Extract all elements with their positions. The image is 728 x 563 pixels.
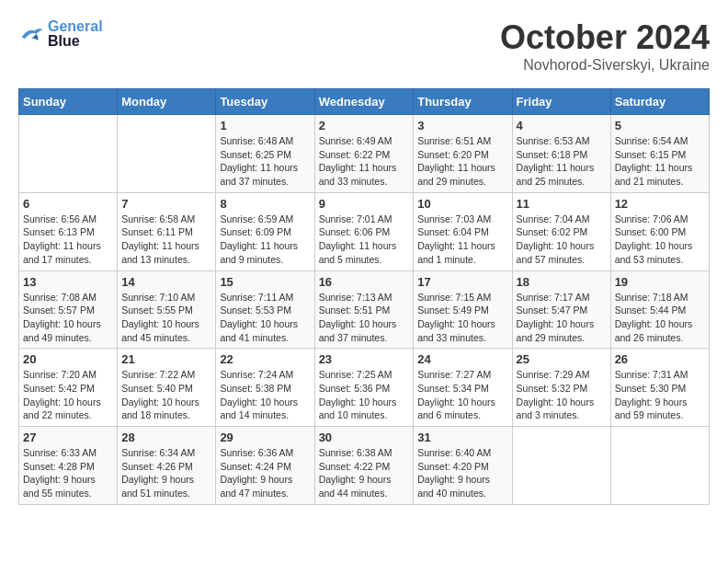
day-info: Sunrise: 7:15 AM Sunset: 5:49 PM Dayligh… [417, 291, 507, 345]
page-header: GeneralBlue October 2024 Novhorod-Sivers… [18, 18, 710, 74]
day-number: 27 [23, 431, 113, 444]
calendar-cell: 21Sunrise: 7:22 AM Sunset: 5:40 PM Dayli… [118, 349, 216, 427]
day-number: 28 [121, 431, 211, 444]
day-number: 17 [417, 275, 507, 289]
column-header-sunday: Sunday [19, 89, 118, 115]
day-number: 19 [615, 275, 705, 289]
calendar-cell: 9Sunrise: 7:01 AM Sunset: 6:06 PM Daylig… [314, 192, 414, 270]
calendar-cell: 27Sunrise: 6:33 AM Sunset: 4:28 PM Dayli… [19, 427, 118, 505]
day-info: Sunrise: 6:56 AM Sunset: 6:13 PM Dayligh… [23, 213, 113, 267]
calendar-cell: 7Sunrise: 6:58 AM Sunset: 6:11 PM Daylig… [118, 192, 216, 270]
day-info: Sunrise: 7:13 AM Sunset: 5:51 PM Dayligh… [319, 291, 410, 345]
day-info: Sunrise: 7:24 AM Sunset: 5:38 PM Dayligh… [220, 368, 310, 422]
day-info: Sunrise: 6:38 AM Sunset: 4:22 PM Dayligh… [319, 446, 410, 500]
day-info: Sunrise: 6:58 AM Sunset: 6:11 PM Dayligh… [121, 213, 211, 267]
calendar-cell: 3Sunrise: 6:51 AM Sunset: 6:20 PM Daylig… [414, 115, 512, 193]
day-number: 21 [121, 352, 211, 366]
day-number: 7 [121, 197, 211, 211]
column-header-saturday: Saturday [610, 89, 709, 115]
calendar-cell: 30Sunrise: 6:38 AM Sunset: 4:22 PM Dayli… [314, 427, 414, 505]
day-info: Sunrise: 6:48 AM Sunset: 6:25 PM Dayligh… [220, 134, 310, 189]
day-number: 25 [517, 352, 607, 366]
day-number: 22 [220, 352, 310, 366]
calendar-cell: 11Sunrise: 7:04 AM Sunset: 6:02 PM Dayli… [512, 192, 610, 270]
calendar-table: SundayMondayTuesdayWednesdayThursdayFrid… [18, 88, 710, 505]
day-number: 4 [517, 119, 607, 132]
day-info: Sunrise: 7:03 AM Sunset: 6:04 PM Dayligh… [417, 213, 507, 267]
day-number: 23 [319, 352, 410, 366]
logo-text: GeneralBlue [48, 18, 103, 49]
calendar-cell: 5Sunrise: 6:54 AM Sunset: 6:15 PM Daylig… [610, 115, 709, 193]
calendar-cell: 26Sunrise: 7:31 AM Sunset: 5:30 PM Dayli… [610, 349, 709, 427]
calendar-cell [512, 427, 610, 505]
calendar-cell: 2Sunrise: 6:49 AM Sunset: 6:22 PM Daylig… [314, 115, 414, 193]
day-number: 5 [615, 119, 705, 132]
calendar-cell: 17Sunrise: 7:15 AM Sunset: 5:49 PM Dayli… [414, 270, 512, 349]
day-number: 31 [417, 431, 507, 444]
day-info: Sunrise: 7:11 AM Sunset: 5:53 PM Dayligh… [220, 291, 310, 345]
day-info: Sunrise: 7:27 AM Sunset: 5:34 PM Dayligh… [417, 368, 507, 422]
calendar-cell [19, 115, 118, 193]
month-title: October 2024 [500, 18, 710, 57]
day-info: Sunrise: 6:59 AM Sunset: 6:09 PM Dayligh… [220, 213, 310, 267]
day-info: Sunrise: 7:22 AM Sunset: 5:40 PM Dayligh… [121, 368, 211, 422]
day-number: 11 [517, 197, 607, 211]
day-number: 18 [517, 275, 607, 289]
calendar-cell: 29Sunrise: 6:36 AM Sunset: 4:24 PM Dayli… [216, 427, 314, 505]
day-number: 9 [319, 197, 410, 211]
day-info: Sunrise: 7:06 AM Sunset: 6:00 PM Dayligh… [615, 213, 705, 267]
calendar-cell: 8Sunrise: 6:59 AM Sunset: 6:09 PM Daylig… [216, 192, 314, 270]
calendar-cell: 1Sunrise: 6:48 AM Sunset: 6:25 PM Daylig… [216, 115, 314, 193]
calendar-cell: 22Sunrise: 7:24 AM Sunset: 5:38 PM Dayli… [216, 349, 314, 427]
day-info: Sunrise: 7:01 AM Sunset: 6:06 PM Dayligh… [319, 213, 410, 267]
calendar-cell: 25Sunrise: 7:29 AM Sunset: 5:32 PM Dayli… [512, 349, 610, 427]
calendar-cell: 16Sunrise: 7:13 AM Sunset: 5:51 PM Dayli… [314, 270, 414, 349]
day-number: 30 [319, 431, 410, 444]
calendar-cell: 15Sunrise: 7:11 AM Sunset: 5:53 PM Dayli… [216, 270, 314, 349]
day-info: Sunrise: 7:17 AM Sunset: 5:47 PM Dayligh… [517, 291, 607, 345]
day-number: 8 [220, 197, 310, 211]
day-info: Sunrise: 7:10 AM Sunset: 5:55 PM Dayligh… [121, 291, 211, 345]
day-number: 1 [220, 119, 310, 132]
day-info: Sunrise: 7:29 AM Sunset: 5:32 PM Dayligh… [517, 368, 607, 422]
column-header-friday: Friday [512, 89, 610, 115]
calendar-cell: 23Sunrise: 7:25 AM Sunset: 5:36 PM Dayli… [314, 349, 414, 427]
day-info: Sunrise: 7:04 AM Sunset: 6:02 PM Dayligh… [517, 213, 607, 267]
calendar-cell [610, 427, 709, 505]
day-number: 26 [615, 352, 705, 366]
day-info: Sunrise: 6:53 AM Sunset: 6:18 PM Dayligh… [517, 134, 607, 189]
day-info: Sunrise: 6:36 AM Sunset: 4:24 PM Dayligh… [220, 446, 310, 500]
title-block: October 2024 Novhorod-Siverskyi, Ukraine [500, 18, 710, 74]
calendar-cell: 28Sunrise: 6:34 AM Sunset: 4:26 PM Dayli… [118, 427, 216, 505]
calendar-cell: 6Sunrise: 6:56 AM Sunset: 6:13 PM Daylig… [19, 192, 118, 270]
day-info: Sunrise: 6:33 AM Sunset: 4:28 PM Dayligh… [23, 446, 113, 500]
day-number: 3 [417, 119, 507, 132]
day-number: 2 [319, 119, 410, 132]
day-number: 16 [319, 275, 410, 289]
day-number: 10 [417, 197, 507, 211]
column-header-thursday: Thursday [414, 89, 512, 115]
day-number: 15 [220, 275, 310, 289]
day-info: Sunrise: 6:49 AM Sunset: 6:22 PM Dayligh… [319, 134, 410, 189]
day-number: 24 [417, 352, 507, 366]
calendar-cell: 19Sunrise: 7:18 AM Sunset: 5:44 PM Dayli… [610, 270, 709, 349]
calendar-cell: 10Sunrise: 7:03 AM Sunset: 6:04 PM Dayli… [414, 192, 512, 270]
day-info: Sunrise: 7:08 AM Sunset: 5:57 PM Dayligh… [23, 291, 113, 345]
calendar-cell: 4Sunrise: 6:53 AM Sunset: 6:18 PM Daylig… [512, 115, 610, 193]
day-number: 6 [23, 197, 113, 211]
calendar-cell: 18Sunrise: 7:17 AM Sunset: 5:47 PM Dayli… [512, 270, 610, 349]
day-info: Sunrise: 7:20 AM Sunset: 5:42 PM Dayligh… [23, 368, 113, 422]
day-info: Sunrise: 7:25 AM Sunset: 5:36 PM Dayligh… [319, 368, 410, 422]
day-number: 29 [220, 431, 310, 444]
calendar-cell: 20Sunrise: 7:20 AM Sunset: 5:42 PM Dayli… [19, 349, 118, 427]
logo: GeneralBlue [18, 18, 103, 49]
calendar-cell: 14Sunrise: 7:10 AM Sunset: 5:55 PM Dayli… [118, 270, 216, 349]
column-header-monday: Monday [118, 89, 216, 115]
day-info: Sunrise: 6:54 AM Sunset: 6:15 PM Dayligh… [615, 134, 705, 189]
day-number: 20 [23, 352, 113, 366]
day-info: Sunrise: 6:51 AM Sunset: 6:20 PM Dayligh… [417, 134, 507, 189]
calendar-cell [118, 115, 216, 193]
day-info: Sunrise: 7:31 AM Sunset: 5:30 PM Dayligh… [615, 368, 705, 422]
logo-icon [18, 24, 44, 44]
day-info: Sunrise: 6:34 AM Sunset: 4:26 PM Dayligh… [121, 446, 211, 500]
